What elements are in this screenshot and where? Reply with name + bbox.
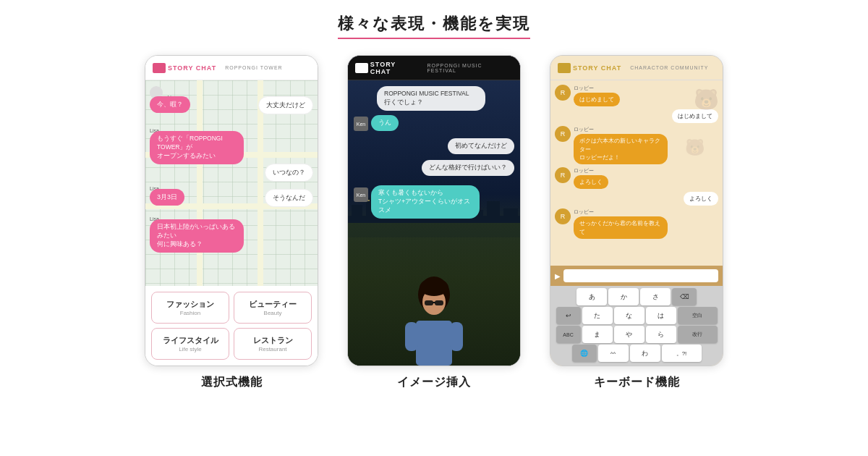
kb-key-return[interactable]: ↩ bbox=[556, 307, 581, 324]
person-photo bbox=[401, 271, 467, 366]
phone2: STORY CHAT ROPPONGI MUSIC FESTIVAL bbox=[347, 55, 521, 366]
chat1-bubble3: もうすぐ「ROPPONGI TOWER」がオープンするみたい bbox=[150, 131, 244, 164]
keyboard: あ か さ ⌫ ↩ た な は 空白 ABC ま や ら 改行 bbox=[550, 286, 723, 366]
choice-sub-lifestyle: Life style bbox=[179, 346, 202, 352]
chat3-bubble3: ボクは六本木の新しいキャラクターロッビーだよ！ bbox=[574, 134, 668, 164]
chat3-bubble6: せっかくだから君の名前を教えて bbox=[574, 216, 668, 238]
kb-row1: あ か さ ⌫ bbox=[553, 288, 720, 305]
ken-avatar2: Ken bbox=[354, 187, 368, 202]
kb-key-tenten[interactable]: ^^ bbox=[598, 345, 629, 362]
bear-watermark: 🐻 bbox=[694, 88, 719, 111]
chat3-bubble2: はじめまして bbox=[672, 109, 718, 123]
chat3-row4: R ロッビー よろしく bbox=[555, 167, 718, 189]
phone2-caption: イメージ挿入 bbox=[397, 375, 471, 390]
phone1-header-sub: ROPPONGI TOWER bbox=[225, 65, 282, 70]
chat2-bubble3: 初めてなんだけど bbox=[448, 138, 514, 154]
kb-key-wa[interactable]: わ bbox=[630, 345, 660, 362]
kb-row3: ABC ま や ら 改行 bbox=[553, 326, 720, 343]
kb-key-del[interactable]: ⌫ bbox=[672, 288, 697, 305]
chat3-bubble4: よろしく bbox=[574, 175, 608, 189]
logo-icon-2 bbox=[355, 63, 368, 73]
phone1-caption: 選択式機能 bbox=[201, 375, 263, 390]
choice-btn-beauty[interactable]: ビューティー Beauty bbox=[234, 292, 312, 324]
chat2-bubble5: 寒くも暑くもないからTシャツ+アウターくらいがオススメ bbox=[371, 185, 480, 219]
svg-rect-23 bbox=[405, 322, 418, 351]
choice-sub-fashion: Fashion bbox=[180, 310, 200, 316]
svg-rect-24 bbox=[450, 322, 463, 351]
kb-key-a[interactable]: あ bbox=[576, 288, 607, 305]
kb-key-enter[interactable]: 改行 bbox=[678, 326, 718, 343]
phone3-caption: キーボード機能 bbox=[594, 375, 680, 390]
choice-btn-fashion[interactable]: ファッション Fashion bbox=[151, 292, 229, 324]
choice-main-fashion: ファッション bbox=[166, 299, 214, 310]
chat1-bubble1: 今、暇？ bbox=[150, 96, 190, 113]
chat3-bubble1: はじめまして bbox=[574, 93, 620, 106]
chat3-row6: R ロッビー せっかくだから君の名前を教えて bbox=[555, 208, 718, 238]
robby-avatar1: R bbox=[555, 85, 571, 101]
input-field[interactable] bbox=[563, 269, 718, 282]
robby-name2: ロッビー bbox=[574, 126, 668, 133]
storychat-logo-1: STORY CHAT bbox=[153, 63, 216, 73]
kb-row4: 🌐 ^^ わ 。?! bbox=[553, 345, 720, 362]
kb-key-sa[interactable]: さ bbox=[640, 288, 671, 305]
svg-rect-27 bbox=[433, 302, 435, 303]
svg-rect-25 bbox=[425, 300, 433, 305]
phone1-header: STORY CHAT ROPPONGI TOWER bbox=[145, 56, 318, 80]
choice-btn-lifestyle[interactable]: ライフスタイル Life style bbox=[151, 328, 229, 360]
kb-key-ka[interactable]: か bbox=[608, 288, 639, 305]
phone2-container: STORY CHAT ROPPONGI MUSIC FESTIVAL bbox=[347, 55, 521, 390]
kb-key-ma[interactable]: ま bbox=[582, 326, 613, 343]
kb-key-ya[interactable]: や bbox=[614, 326, 644, 343]
kb-key-globe[interactable]: 🌐 bbox=[572, 345, 597, 362]
phone1-choices: ファッション Fashion ビューティー Beauty ライフスタイル Lif… bbox=[145, 286, 318, 366]
chat2-bubble1: ROPPONGI MUSIC FESTIVAL行くでしょ？ bbox=[377, 86, 485, 111]
storychat-logo-2: STORY CHAT bbox=[355, 61, 418, 75]
kb-key-na[interactable]: な bbox=[614, 307, 644, 324]
robby-name4: ロッビー bbox=[574, 208, 668, 216]
chat1-bubble2: 大丈夫だけど bbox=[258, 96, 313, 114]
svg-rect-26 bbox=[435, 300, 443, 305]
logo-text-2: STORY CHAT bbox=[370, 61, 419, 75]
map-road-v1 bbox=[197, 80, 203, 286]
chat1-bubble7: 日本初上陸がいっぱいあるみたい何に興味ある？ bbox=[150, 219, 244, 253]
logo-text-1: STORY CHAT bbox=[168, 64, 216, 72]
logo-icon-1 bbox=[153, 63, 166, 73]
phone2-chat: ROPPONGI MUSIC FESTIVAL行くでしょ？ Ken うん 初めて… bbox=[348, 80, 520, 366]
robby-avatar3: R bbox=[555, 167, 571, 183]
chat3-bubble5: よろしく bbox=[684, 192, 718, 206]
chat3-row5: よろしく bbox=[555, 192, 718, 206]
robby-name3: ロッビー bbox=[574, 167, 608, 174]
phone3-header: STORY CHAT CHARACTOR COMMUNITY bbox=[550, 56, 723, 80]
choice-sub-beauty: Beauty bbox=[264, 310, 282, 316]
kb-row2: ↩ た な は 空白 bbox=[553, 307, 720, 324]
logo-text-3: STORY CHAT bbox=[573, 64, 621, 72]
phone3-chat: 🐻 🐻 R ロッビー はじめまして はじめまして R ロッビー bbox=[550, 80, 723, 266]
choice-btn-restaurant[interactable]: レストラン Restaurant bbox=[234, 328, 312, 360]
storychat-logo-3: STORY CHAT bbox=[558, 63, 621, 73]
phone1: STORY CHAT ROPPONGI TOWER Lisa 今、暇？ 大丈夫だ bbox=[145, 55, 318, 366]
robby-avatar4: R bbox=[555, 208, 571, 224]
phones-row: STORY CHAT ROPPONGI TOWER Lisa 今、暇？ 大丈夫だ bbox=[145, 55, 723, 390]
kb-key-abc[interactable]: ABC bbox=[556, 326, 581, 343]
kb-key-punct[interactable]: 。?! bbox=[662, 345, 702, 362]
chat1-bubble6: そうなんだ bbox=[265, 189, 313, 207]
choice-main-lifestyle: ライフスタイル bbox=[163, 335, 218, 346]
kb-key-ha[interactable]: は bbox=[646, 307, 676, 324]
phone2-header-sub: ROPPONGI MUSIC FESTIVAL bbox=[427, 63, 513, 73]
robby-name1: ロッビー bbox=[574, 85, 620, 92]
input-arrow-icon: ▶ bbox=[555, 272, 561, 280]
chat3-col4: ロッビー よろしく bbox=[574, 167, 608, 189]
phone1-container: STORY CHAT ROPPONGI TOWER Lisa 今、暇？ 大丈夫だ bbox=[145, 55, 318, 390]
kb-key-ta[interactable]: た bbox=[582, 307, 613, 324]
chat3-col3: ロッビー ボクは六本木の新しいキャラクターロッビーだよ！ bbox=[574, 126, 668, 164]
kb-key-space[interactable]: 空白 bbox=[678, 307, 718, 324]
page-title: 様々な表現・機能を実現 bbox=[338, 13, 530, 39]
chat2-bubble2: うん bbox=[371, 115, 399, 131]
phone1-map: Lisa 今、暇？ 大丈夫だけど Lisa もうすぐ「ROPPONGI TOWE… bbox=[145, 80, 318, 286]
ken-avatar1: Ken bbox=[354, 117, 368, 131]
chat3-col1: ロッビー はじめまして bbox=[574, 85, 620, 106]
chat1-bubble5: 3月3日 bbox=[150, 189, 184, 206]
kb-key-ra[interactable]: ら bbox=[646, 326, 676, 343]
chat2-bubble4: どんな格好で行けばいい？ bbox=[422, 160, 514, 176]
robby-avatar2: R bbox=[555, 126, 571, 142]
